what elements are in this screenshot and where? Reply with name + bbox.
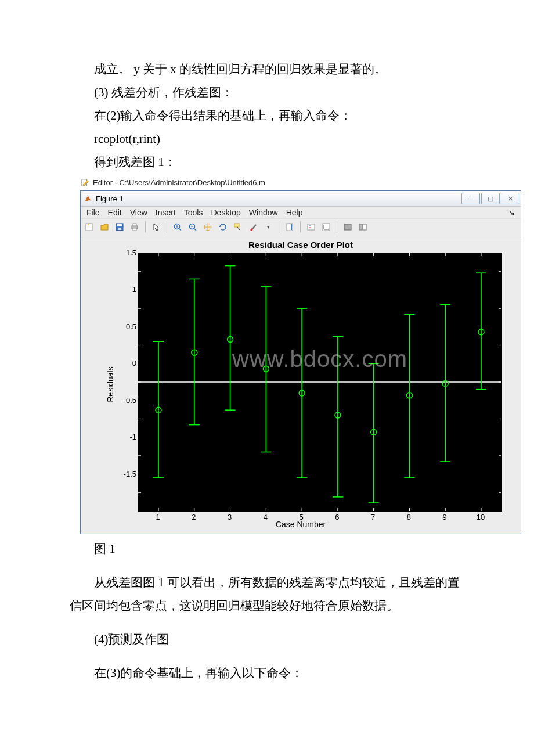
svg-rect-29 bbox=[363, 224, 366, 230]
link-icon[interactable]: ▾ bbox=[262, 221, 275, 233]
zoom-in-icon[interactable] bbox=[171, 221, 184, 233]
x-axis-label: Case Number bbox=[84, 520, 517, 529]
svg-rect-28 bbox=[359, 224, 362, 230]
y-tick: 1.5 bbox=[113, 249, 136, 257]
show-plot-tools-icon[interactable] bbox=[356, 221, 369, 233]
svg-rect-20 bbox=[291, 224, 292, 230]
svg-line-18 bbox=[252, 225, 256, 229]
svg-rect-4 bbox=[117, 224, 122, 226]
y-tick: 0 bbox=[113, 359, 136, 368]
y-tick: -1 bbox=[113, 433, 136, 441]
svg-rect-16 bbox=[234, 224, 239, 227]
figure-title-text: Figure 1 bbox=[96, 195, 124, 203]
y-tick: 1 bbox=[113, 285, 136, 294]
legend-icon[interactable] bbox=[305, 221, 317, 233]
paragraph: 成立。 y 关于 x 的线性回归方程的回归效果是显著的。 bbox=[70, 58, 464, 81]
svg-rect-5 bbox=[118, 228, 121, 230]
menu-edit[interactable]: Edit bbox=[108, 208, 122, 217]
menu-insert[interactable]: Insert bbox=[156, 208, 176, 217]
open-icon[interactable] bbox=[98, 221, 111, 233]
hide-plot-tools-icon[interactable] bbox=[341, 221, 354, 233]
menu-window[interactable]: Window bbox=[249, 208, 278, 217]
paragraph: 得到残差图 1： bbox=[70, 151, 464, 174]
minimize-button[interactable]: ─ bbox=[461, 193, 480, 204]
plot-title: Residual Case Order Plot bbox=[84, 240, 517, 250]
colorbar-icon[interactable] bbox=[283, 221, 296, 233]
brush-icon[interactable] bbox=[247, 221, 259, 233]
axes-icon[interactable] bbox=[320, 221, 333, 233]
svg-rect-1 bbox=[86, 224, 92, 231]
matlab-icon bbox=[84, 195, 92, 203]
residual-plot: Residual Case Order Plot Residuals 1.5 1… bbox=[84, 239, 517, 530]
datacursor-icon[interactable] bbox=[232, 221, 244, 233]
figure-caption: 图 1 bbox=[70, 538, 464, 561]
zoom-out-icon[interactable] bbox=[186, 221, 199, 233]
y-tick: -1.5 bbox=[113, 470, 136, 478]
svg-rect-8 bbox=[133, 228, 136, 231]
menu-help[interactable]: Help bbox=[286, 208, 303, 217]
paragraph: (3) 残差分析，作残差图： bbox=[70, 81, 464, 105]
maximize-button[interactable]: ▢ bbox=[481, 193, 500, 204]
svg-rect-7 bbox=[133, 224, 136, 226]
pointer-icon[interactable] bbox=[150, 221, 163, 233]
menubar-kebab-icon[interactable]: ↘ bbox=[508, 208, 515, 217]
svg-rect-21 bbox=[308, 224, 315, 230]
paragraph: 在(2)输入命令得出结果的基础上，再输入命令： bbox=[70, 105, 464, 128]
y-tick: -0.5 bbox=[113, 396, 136, 405]
svg-line-10 bbox=[179, 228, 181, 231]
new-figure-icon[interactable] bbox=[83, 221, 96, 233]
editor-titlebar: Editor - C:\Users\Administrator\Desktop\… bbox=[80, 177, 521, 190]
rotate-icon[interactable] bbox=[217, 221, 229, 233]
pencil-icon bbox=[81, 179, 89, 187]
paragraph: 在(3)的命令基础上，再输入以下命令： bbox=[70, 662, 464, 685]
svg-line-17 bbox=[237, 227, 240, 230]
figure-window: Figure 1 ─ ▢ ✕ File Edit View Insert Too… bbox=[80, 190, 521, 534]
code-line: rcoplot(r,rint) bbox=[70, 128, 464, 151]
paragraph: (4)预测及作图 bbox=[70, 628, 464, 651]
figure-menubar: File Edit View Insert Tools Desktop Wind… bbox=[81, 207, 521, 218]
menu-file[interactable]: File bbox=[86, 208, 100, 217]
menu-tools[interactable]: Tools bbox=[184, 208, 203, 217]
svg-rect-27 bbox=[344, 224, 351, 230]
svg-line-14 bbox=[194, 228, 196, 231]
figure-titlebar: Figure 1 ─ ▢ ✕ bbox=[81, 191, 521, 207]
figure-toolbar: ▾ bbox=[81, 218, 521, 237]
y-tick: 0.5 bbox=[113, 322, 136, 331]
svg-rect-2 bbox=[88, 224, 89, 225]
paragraph: 从残差图图 1 可以看出，所有数据的残差离零点均较近，且残差的置信区间均包含零点… bbox=[70, 571, 464, 618]
editor-title-text: Editor - C:\Users\Administrator\Desktop\… bbox=[93, 178, 265, 187]
save-icon[interactable] bbox=[113, 221, 126, 233]
plot-svg bbox=[138, 253, 501, 511]
close-button[interactable]: ✕ bbox=[501, 193, 519, 204]
menu-view[interactable]: View bbox=[130, 208, 147, 217]
figure-screenshot: Editor - C:\Users\Administrator\Desktop\… bbox=[80, 177, 521, 534]
plot-axes: www.bdocx.com bbox=[138, 253, 502, 512]
pan-icon[interactable] bbox=[201, 221, 214, 233]
menu-desktop[interactable]: Desktop bbox=[211, 208, 240, 217]
print-icon[interactable] bbox=[128, 221, 141, 233]
